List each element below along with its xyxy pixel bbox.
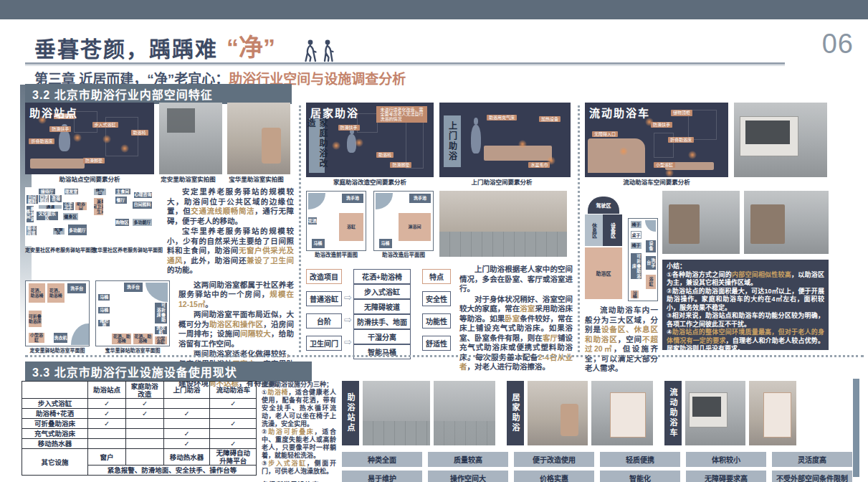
row-label: 移动热水器 <box>22 439 88 449</box>
mobile-lower-area: 驾驶区 休息区 设备区 助浴区 椅子桌子椅子设备可折叠助浴床洗手台浴缸马桶 小结… <box>585 191 868 357</box>
station-illustration-title: 助浴站点 <box>29 105 78 120</box>
caption: 流动助浴车空间要素分析 <box>585 179 728 186</box>
plan-room: 洗衣机 <box>54 333 67 343</box>
zone-bathing: 助浴区 <box>585 247 622 299</box>
plan-room: 日间照料 <box>133 202 151 209</box>
highlighted-text: 助浴可折叠床 <box>268 428 314 435</box>
plan-room: 浴缸 <box>339 213 363 241</box>
photo-vehicle-interior-2 <box>744 191 829 254</box>
plan-room: 马桶 <box>631 290 639 298</box>
dotted-section-divider <box>25 355 864 357</box>
plan-room: 理发室 <box>65 189 78 194</box>
highlighted-text: 交通流线顺畅简洁 <box>191 207 254 215</box>
illustration-lineart <box>654 133 674 158</box>
paragraph-line: 这两间助浴室都属于社区养老服务驿站中的一个房间，规模在12-15㎡。 <box>178 280 294 310</box>
feature-badge: 智能化 <box>600 471 680 482</box>
highlighted-text: 步入式浴缸 <box>268 460 307 467</box>
text-segment: ③ <box>262 460 268 467</box>
table-row: 其它设施 窗户 移动热水器 无障碍自动 升降平台 <box>22 449 257 466</box>
plan-room: 花洒，助浴椅 <box>133 334 153 344</box>
flow-item-label: 普通浴缸 <box>310 296 338 303</box>
elderly-person-cane-icon <box>301 39 318 63</box>
photo-dinganli-bathroom <box>159 103 222 174</box>
elderly-people-icons <box>301 39 337 63</box>
table-cell: 移动热水器 <box>163 449 210 466</box>
plan-room: 洗手台 <box>646 256 656 269</box>
summary-title: 小结： <box>667 263 824 271</box>
table-cell <box>163 419 210 429</box>
highlighted-text: 内部空间相似性较高 <box>732 271 791 278</box>
title-text: 垂暮苍颜，踽踽难 <box>34 32 218 63</box>
flow-item: 无障碍坡道 <box>353 299 411 314</box>
caption: 定安里驿站助浴室平面图 <box>25 346 90 354</box>
floorplan-dinganli-station: 接待厅理发室日间照料四季照料心理咨询室通道小型卫生间助浴间康复训练间文化娱乐区健… <box>25 187 88 246</box>
table-header-cell: 家庭助浴 改造 <box>125 382 163 399</box>
table-header-cell: 上门助浴 <box>163 382 210 399</box>
table-cell: 窗户 <box>88 449 126 466</box>
highlighted-text: 浴室 <box>520 304 535 313</box>
text-segment: ①各种助浴方式之间的 <box>667 271 732 278</box>
paragraph-line: ①助浴椅，适合健康老人使用，配备有花洒，带有安全扶手、热水循环流动，老人可以坐在… <box>262 389 336 428</box>
table-cell <box>163 399 210 409</box>
flow-item: 卫生间门⇨ <box>306 336 342 351</box>
text-segment: ，空间 <box>618 335 642 344</box>
floorplan-after-renovation: 洗手池淋浴间马桶 <box>373 191 434 251</box>
plan-room: 椅子 <box>631 242 641 249</box>
flow-item: 舒适性 <box>422 336 451 351</box>
plan-room: 购物区 <box>115 219 129 226</box>
flow-item: 安全性 <box>422 291 451 306</box>
station-illustration: 助浴站点 紧急报警防滑扶手步入式浴缸折叠助浴床助浴椅防滑脚垫 <box>25 103 154 174</box>
mobile-paragraph: 流动助浴车内一般分为三大区域，分别是设备区、休息区和助浴区，空间不超过20㎡，但… <box>585 306 658 374</box>
plan-room: 马桶 <box>98 307 110 314</box>
dotted-divider <box>299 105 301 352</box>
summary-box: 小结： ①各种助浴方式之间的内部空间相似性较高，以助浴区为主，兼设其它相关操作区… <box>662 260 829 350</box>
flow-item: 干湿分离 <box>353 329 411 344</box>
plan-room: 洗手池 <box>342 194 363 202</box>
plan-room: 淋浴间 <box>399 213 430 241</box>
table-cell <box>88 439 126 449</box>
plan-room: 桌子 <box>631 231 641 239</box>
highlighted-text: 助浴区和操作区 <box>209 320 263 329</box>
plan-room: 助浴间兼卫生间 <box>94 198 103 216</box>
door-to-door-illustration: 上门助浴 助浴用充气床加热设备水盆毛巾 <box>439 103 571 177</box>
feature-badge: 不受外部空间条件限制 <box>772 471 852 482</box>
bed-shape <box>484 146 552 161</box>
table-cell <box>125 439 163 449</box>
illustration-tag: 助浴用充气床 <box>487 115 517 120</box>
row-label: 助浴椅+花洒 <box>22 409 88 419</box>
paragraph-line: 流动助浴车内一般分为三大区域，分别是设备区、休息区和助浴区，空间不超过20㎡，但… <box>585 306 658 374</box>
paragraph-line: ③相对来说，助浴站点和助浴车的功能分区较为明确，各项工作之间彼此互不干扰。 <box>667 312 824 329</box>
renovation-plans: 洗手池花洒浴缸马桶 助浴改造前平面图 洗手池淋浴间马桶 助浴改造后平面图 <box>306 191 434 259</box>
glow-dot <box>332 141 340 150</box>
table-cell: ✓ <box>163 409 210 419</box>
plan-room: 花洒 <box>308 217 317 225</box>
plan-room: 四季照料 <box>39 195 49 202</box>
photo-baohuali-bathroom <box>227 103 290 174</box>
table-header-cell: 流动助浴车 <box>210 382 257 399</box>
text-segment: 主要助浴设施分为三种； <box>262 381 333 388</box>
home-renovation-illustration: 居家助浴 家庭助浴改造 未进行适老化改造，需 全面考虑老人无法自行 洗浴的情况防… <box>306 103 434 177</box>
feature-badges: 种类全面 质量较高 便于改造使用 轻质便携 体积较小 灵活度高 易于维护 操作空… <box>342 452 864 482</box>
plan-room: 配餐区 <box>53 228 65 234</box>
facility-note-column: 主要助浴设施分为三种；①助浴椅，适合健康老人使用，配备有花洒，带有安全扶手、热水… <box>262 381 336 482</box>
table-cell: 无障碍自动 升降平台 <box>210 449 257 466</box>
vehicle-console-shape <box>588 138 645 173</box>
photo-vehicle-interior-1 <box>662 191 740 254</box>
feature-badge: 操作空间大 <box>428 471 508 482</box>
photo-home-facility-1 <box>528 381 588 445</box>
illustration-tag: 助浴椅 <box>376 152 394 158</box>
section-3-3-header: 3.3 北京市助浴行业设施设备使用现状 <box>25 362 312 382</box>
paragraph-line: 上门助浴根据老人家中的空间情况，多会在卧室、客厅或浴室进行。 <box>459 265 573 294</box>
home-renovation-label: 家庭助浴改造 <box>309 118 325 173</box>
column-home-bathing: 居家助浴 家庭助浴改造 未进行适老化改造，需 全面考虑老人无法自行 洗浴的情况防… <box>306 103 573 355</box>
table-header-cell <box>22 382 88 399</box>
table-cell: ✓ <box>88 419 126 429</box>
station-floorplans: 接待厅理发室日间照料四季照料心理咨询室通道小型卫生间助浴间康复训练间文化娱乐区健… <box>25 187 160 276</box>
illustration-tag: 防滑扶手 <box>651 122 672 128</box>
title-quote: “净” <box>226 28 275 63</box>
table-header-row: 助浴站点 家庭助浴 改造 上门助浴 流动助浴车 <box>22 382 257 399</box>
photo-station-facility-2 <box>434 381 495 445</box>
plan-room: 洗手台 <box>124 283 143 292</box>
illustration-lineart <box>357 113 377 133</box>
table-cell: ✓ <box>210 399 257 409</box>
